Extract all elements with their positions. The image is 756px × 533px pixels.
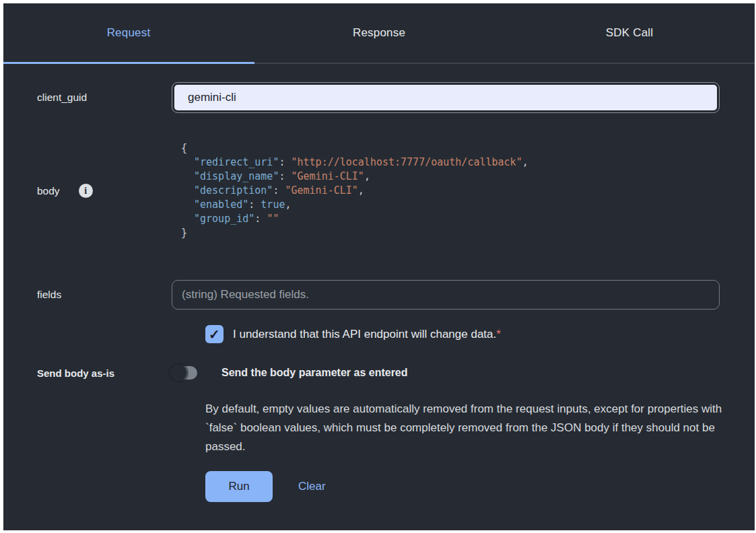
client-guid-input-outline: [172, 82, 720, 113]
fields-input[interactable]: [172, 280, 720, 310]
client-guid-label: client_guid: [37, 92, 172, 104]
code-line-close: }: [181, 226, 720, 240]
tab-sdk-call[interactable]: SDK Call: [504, 3, 755, 63]
client-guid-row: client_guid: [37, 82, 755, 113]
send-body-as-is-label: Send body as-is: [37, 367, 172, 379]
empty-values-note: By default, empty values are automatical…: [205, 400, 736, 456]
change-data-checkbox[interactable]: ✓: [205, 325, 224, 343]
code-line: "display_name": "Gemini-CLI",: [181, 170, 720, 184]
run-button[interactable]: Run: [205, 471, 273, 502]
body-label: body: [37, 185, 60, 197]
clear-button[interactable]: Clear: [298, 480, 326, 493]
check-icon: ✓: [209, 328, 220, 341]
toggle-thumb: [170, 365, 186, 381]
tab-request-label: Request: [107, 26, 151, 40]
request-form: client_guid body i { "redirect_uri": "ht…: [3, 82, 755, 502]
tab-response-label: Response: [353, 26, 405, 40]
code-line: "group_id": "": [181, 212, 720, 226]
send-body-as-is-toggle[interactable]: [172, 366, 197, 380]
send-body-as-is-description: Send the body parameter as entered: [221, 367, 408, 379]
client-guid-input[interactable]: [174, 85, 717, 110]
active-tab-indicator: [3, 62, 254, 64]
tab-bar: Request Response SDK Call: [3, 3, 755, 64]
body-json-code: { "redirect_uri": "http://localhost:7777…: [172, 135, 720, 246]
code-line: "enabled": true,: [181, 198, 720, 212]
body-row: body i { "redirect_uri": "http://localho…: [37, 135, 755, 246]
code-line: "description": "Gemini-CLI",: [181, 184, 720, 198]
send-body-as-is-row: Send body as-is Send the body parameter …: [37, 366, 755, 380]
api-explorer-panel: Request Response SDK Call client_guid bo…: [3, 3, 755, 530]
code-line: "redirect_uri": "http://localhost:7777/o…: [181, 155, 720, 170]
acknowledge-row: ✓ I understand that this API endpoint wi…: [37, 325, 755, 343]
fields-row: fields: [37, 280, 755, 310]
action-buttons: Run Clear: [37, 471, 755, 502]
info-icon[interactable]: i: [79, 184, 93, 198]
acknowledge-label: I understand that this API endpoint will…: [233, 328, 501, 341]
code-line-open: {: [181, 141, 720, 155]
tab-request[interactable]: Request: [3, 3, 254, 63]
tab-response[interactable]: Response: [254, 3, 504, 63]
required-asterisk: *: [496, 328, 501, 341]
tab-sdk-call-label: SDK Call: [606, 26, 654, 40]
fields-label: fields: [37, 289, 172, 301]
